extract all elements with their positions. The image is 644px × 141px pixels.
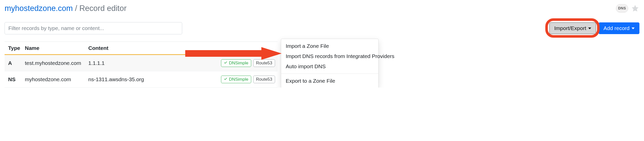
breadcrumb-current: Record editor — [79, 4, 127, 13]
records-table: Type Name Content A test.myhostedzone.co… — [5, 41, 278, 88]
caret-down-icon — [632, 27, 635, 29]
provider-badge-secondary[interactable]: Route53 — [253, 76, 275, 83]
cell-type: NS — [5, 76, 25, 82]
add-record-label: Add record — [603, 25, 630, 31]
import-export-label: Import/Export — [554, 25, 586, 31]
cell-name: myhostedzone.com — [25, 76, 88, 82]
page-root: myhostedzone.com / Record editor DNS Imp… — [0, 0, 644, 88]
provider-badge-primary[interactable]: DNSimple — [221, 76, 251, 83]
check-icon — [224, 61, 227, 66]
cell-content: 1.1.1.1 — [88, 60, 219, 66]
breadcrumb-separator: / — [75, 4, 77, 13]
provider-badge-primary[interactable]: DNSimple — [221, 59, 251, 67]
page-header: myhostedzone.com / Record editor DNS — [5, 4, 639, 13]
cell-name: test.myhostedzone.com — [25, 60, 88, 66]
annotation-highlight-ring: Import/Export — [549, 22, 596, 34]
table-header-row: Type Name Content — [5, 42, 278, 55]
cell-type: A — [5, 60, 25, 66]
col-header-name[interactable]: Name — [25, 45, 88, 51]
provider-badge-secondary[interactable]: Route53 — [253, 59, 275, 67]
dropdown-item-import-zone[interactable]: Import a Zone File — [281, 41, 378, 51]
breadcrumb: myhostedzone.com / Record editor — [5, 4, 127, 13]
dropdown-item-import-integrated[interactable]: Import DNS records from Integrated Provi… — [281, 51, 378, 61]
cell-providers: DNSimple Route53 — [219, 76, 278, 83]
toolbar: Import/Export Add record — [5, 22, 639, 34]
breadcrumb-domain-link[interactable]: myhostedzone.com — [5, 4, 73, 13]
dns-pill[interactable]: DNS — [616, 4, 628, 13]
dropdown-item-export-zone[interactable]: Export to a Zone File — [281, 76, 378, 86]
provider-primary-label: DNSimple — [229, 61, 248, 66]
provider-primary-label: DNSimple — [229, 77, 248, 82]
dropdown-divider — [281, 74, 378, 74]
col-header-content[interactable]: Content — [88, 45, 219, 51]
provider-secondary-label: Route53 — [256, 61, 272, 66]
col-header-type[interactable]: Type — [5, 45, 25, 51]
star-icon[interactable] — [631, 4, 639, 13]
cell-content: ns-1311.awsdns-35.org — [88, 76, 219, 82]
cell-providers: DNSimple Route53 — [219, 59, 278, 67]
table-row[interactable]: A test.myhostedzone.com 1.1.1.1 DNSimple… — [5, 55, 278, 71]
import-export-dropdown: Import a Zone File Import DNS records fr… — [281, 39, 379, 88]
filter-input[interactable] — [5, 22, 182, 34]
caret-down-icon — [588, 27, 591, 29]
import-export-button[interactable]: Import/Export — [549, 22, 596, 34]
check-icon — [224, 77, 227, 82]
dropdown-item-auto-import[interactable]: Auto import DNS — [281, 61, 378, 72]
table-row[interactable]: NS myhostedzone.com ns-1311.awsdns-35.or… — [5, 71, 278, 88]
add-record-button[interactable]: Add record — [599, 22, 639, 34]
provider-secondary-label: Route53 — [256, 77, 272, 82]
